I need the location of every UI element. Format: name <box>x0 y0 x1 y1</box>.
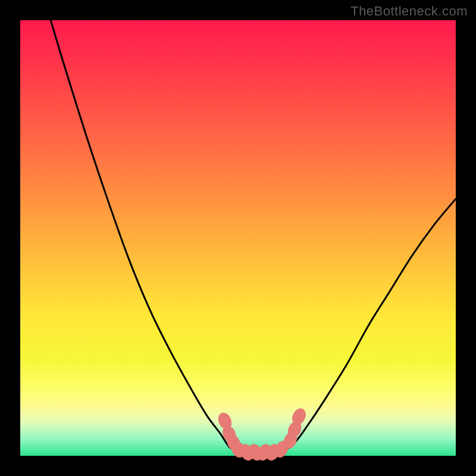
watermark-text: TheBottleneck.com <box>350 4 468 19</box>
bottleneck-curve <box>51 20 456 454</box>
series-right-branch <box>281 199 456 452</box>
plot-area <box>20 20 456 456</box>
chart-frame: TheBottleneck.com <box>0 0 476 476</box>
chart-svg <box>20 20 456 456</box>
marker-layer <box>216 406 308 462</box>
series-left-branch <box>51 20 238 452</box>
